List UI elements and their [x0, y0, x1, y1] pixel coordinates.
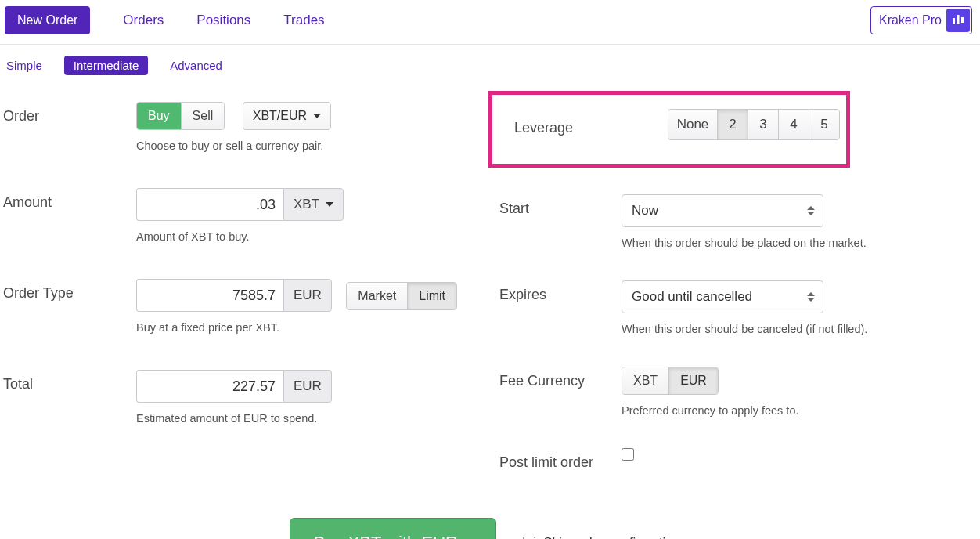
- submit-buy-button[interactable]: Buy XBT with EUR »: [290, 518, 497, 539]
- fee-xbt-button[interactable]: XBT: [622, 367, 668, 394]
- currency-pair-value: XBT/EUR: [253, 109, 307, 123]
- start-value: Now: [632, 203, 658, 219]
- tab-advanced[interactable]: Advanced: [170, 59, 222, 72]
- start-helper: When this order should be placed on the …: [622, 237, 974, 249]
- svg-rect-0: [953, 18, 955, 24]
- topbar: New Order Orders Positions Trades Kraken…: [0, 0, 980, 45]
- fee-eur-button[interactable]: EUR: [668, 367, 718, 394]
- leverage-4[interactable]: 4: [778, 109, 809, 140]
- order-mode-tabs: Simple Intermediate Advanced: [0, 45, 980, 83]
- field-fee-currency: XBT EUR Preferred currency to apply fees…: [622, 367, 974, 417]
- kraken-pro-switch[interactable]: Kraken Pro: [870, 6, 972, 34]
- tab-simple[interactable]: Simple: [6, 59, 42, 72]
- label-total: Total: [3, 370, 136, 392]
- field-order: Buy Sell XBT/EUR Choose to buy or sell a…: [136, 102, 473, 152]
- row-total: Total EUR Estimated amount of EUR to spe…: [3, 370, 473, 425]
- chevron-down-icon: [326, 202, 333, 207]
- label-amount: Amount: [3, 188, 136, 211]
- svg-rect-2: [961, 17, 964, 23]
- order-form: Order Buy Sell XBT/EUR Choose to buy or …: [0, 83, 980, 471]
- form-left-column: Order Buy Sell XBT/EUR Choose to buy or …: [3, 102, 473, 471]
- expires-select[interactable]: Good until cancelled: [622, 280, 823, 313]
- amount-helper: Amount of XBT to buy.: [136, 230, 473, 243]
- stepper-icon: [807, 206, 815, 215]
- fee-currency-toggle: XBT EUR: [622, 367, 719, 395]
- row-start: Start Now When this order should be plac…: [488, 194, 974, 249]
- amount-unit-label: XBT: [294, 197, 319, 212]
- row-fee-currency: Fee Currency XBT EUR Preferred currency …: [488, 367, 974, 417]
- tab-intermediate[interactable]: Intermediate: [64, 56, 148, 75]
- total-helper: Estimated amount of EUR to spend.: [136, 412, 473, 425]
- candlestick-icon: [946, 9, 970, 32]
- row-order-type: Order Type EUR Market Limit Buy at a fix…: [3, 279, 473, 334]
- leverage-options: None 2 3 4 5: [668, 109, 840, 140]
- price-input-group: EUR: [136, 279, 332, 312]
- market-button[interactable]: Market: [347, 283, 407, 309]
- total-unit-label: EUR: [283, 370, 332, 403]
- amount-input-group: XBT: [136, 188, 344, 221]
- row-post-limit: Post limit order: [488, 448, 974, 471]
- row-order: Order Buy Sell XBT/EUR Choose to buy or …: [3, 102, 473, 152]
- row-expires: Expires Good until cancelled When this o…: [488, 280, 974, 335]
- chevron-down-icon: [313, 114, 321, 118]
- amount-unit-select[interactable]: XBT: [283, 188, 344, 221]
- expires-value: Good until cancelled: [632, 289, 752, 305]
- start-select[interactable]: Now: [622, 194, 823, 227]
- field-expires: Good until cancelled When this order sho…: [622, 280, 974, 335]
- price-unit-label: EUR: [283, 279, 332, 312]
- row-amount: Amount XBT Amount of XBT to buy.: [3, 188, 473, 243]
- new-order-button[interactable]: New Order: [5, 6, 90, 34]
- label-fee-currency: Fee Currency: [488, 367, 622, 389]
- label-expires: Expires: [488, 280, 622, 303]
- label-order-type: Order Type: [3, 279, 136, 302]
- skip-confirmations[interactable]: Skip order confirmations.: [523, 535, 690, 539]
- top-nav: New Order Orders Positions Trades: [5, 6, 325, 34]
- order-type-helper: Buy at a fixed price per XBT.: [136, 321, 473, 334]
- field-amount: XBT Amount of XBT to buy.: [136, 188, 473, 243]
- order-helper: Choose to buy or sell a currency pair.: [136, 139, 473, 152]
- leverage-none[interactable]: None: [668, 109, 718, 140]
- nav-trades[interactable]: Trades: [283, 13, 324, 28]
- nav-orders[interactable]: Orders: [123, 13, 164, 28]
- field-order-type: EUR Market Limit Buy at a fixed price pe…: [136, 279, 473, 334]
- market-limit-toggle: Market Limit: [346, 282, 457, 310]
- label-post-limit: Post limit order: [488, 448, 622, 471]
- currency-pair-select[interactable]: XBT/EUR: [243, 102, 331, 130]
- buy-sell-toggle: Buy Sell: [136, 102, 225, 130]
- kraken-pro-label: Kraken Pro: [879, 13, 942, 27]
- leverage-5[interactable]: 5: [809, 109, 840, 140]
- label-order: Order: [3, 102, 136, 125]
- total-input[interactable]: [136, 370, 283, 403]
- amount-input[interactable]: [136, 188, 283, 221]
- expires-helper: When this order should be canceled (if n…: [622, 323, 974, 335]
- leverage-3[interactable]: 3: [748, 109, 779, 140]
- field-total: EUR Estimated amount of EUR to spend.: [136, 370, 473, 425]
- fee-helper: Preferred currency to apply fees to.: [622, 404, 974, 417]
- submit-row: Buy XBT with EUR » Skip order confirmati…: [0, 518, 980, 539]
- form-right-column: Leverage None 2 3 4 5 Start Now When thi…: [488, 102, 974, 471]
- limit-button[interactable]: Limit: [407, 283, 456, 309]
- label-leverage: Leverage: [503, 114, 573, 136]
- nav-positions[interactable]: Positions: [196, 13, 250, 28]
- field-start: Now When this order should be placed on …: [622, 194, 974, 249]
- price-input[interactable]: [136, 279, 283, 312]
- skip-confirmations-label: Skip order confirmations.: [543, 535, 690, 539]
- post-limit-checkbox[interactable]: [622, 448, 634, 461]
- label-start: Start: [488, 194, 622, 217]
- leverage-2[interactable]: 2: [717, 109, 748, 140]
- total-input-group: EUR: [136, 370, 332, 403]
- stepper-icon: [807, 292, 815, 302]
- svg-rect-1: [957, 15, 960, 24]
- leverage-highlight: Leverage None 2 3 4 5: [488, 91, 850, 168]
- sell-button[interactable]: Sell: [181, 103, 225, 129]
- buy-button[interactable]: Buy: [137, 103, 181, 129]
- field-post-limit: [622, 448, 974, 464]
